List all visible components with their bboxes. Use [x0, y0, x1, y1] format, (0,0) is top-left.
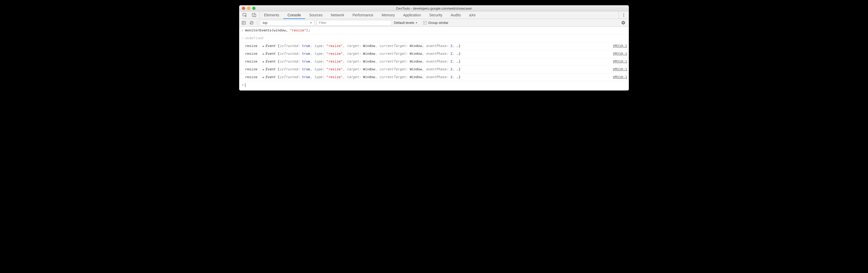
svg-point-3	[623, 13, 624, 14]
panel-tabbar: ElementsConsoleSourcesNetworkPerformance…	[239, 11, 629, 19]
source-link[interactable]: VM310:1	[613, 59, 627, 64]
console-log-row: resize▶Event {isTrusted: true, type: "re…	[239, 66, 629, 73]
svg-rect-6	[242, 21, 246, 24]
execution-context-label: top	[263, 21, 268, 25]
source-link[interactable]: VM310:1	[613, 51, 627, 56]
log-message[interactable]: resize▶Event {isTrusted: true, type: "re…	[245, 43, 610, 49]
log-levels-label: Default levels	[394, 21, 414, 25]
log-message[interactable]: resize▶Event {isTrusted: true, type: "re…	[245, 51, 610, 57]
console-input-echo: monitorEvents(window, "resize");	[239, 27, 629, 35]
zoom-window-button[interactable]	[252, 7, 255, 10]
show-console-sidebar-icon[interactable]	[241, 20, 247, 26]
svg-line-9	[250, 22, 253, 24]
tabbar-overflow	[619, 11, 629, 19]
source-link[interactable]: VM310:1	[613, 67, 627, 72]
traffic-lights	[239, 7, 255, 10]
devtools-window: DevTools - developers.google.com/web/sho…	[239, 5, 629, 91]
tab-security[interactable]: Security	[425, 11, 447, 19]
minimize-window-button[interactable]	[247, 7, 250, 10]
return-value: undefined	[245, 36, 627, 41]
svg-rect-2	[254, 14, 256, 17]
tab-performance[interactable]: Performance	[348, 11, 377, 19]
group-similar-toggle[interactable]: ✓ Group similar	[423, 21, 448, 25]
device-toolbar-icon[interactable]	[251, 12, 257, 18]
console-log-row: resize▶Event {isTrusted: true, type: "re…	[239, 58, 629, 66]
console-body: monitorEvents(window, "resize"); undefin…	[239, 27, 629, 90]
execution-context-select[interactable]: top ▼	[260, 20, 314, 26]
input-code: monitorEvents(window, "resize");	[245, 28, 627, 33]
source-link[interactable]: VM310:1	[613, 74, 627, 80]
inspector-tools	[239, 11, 260, 19]
svg-rect-0	[243, 13, 246, 16]
expand-object-icon[interactable]: ▶	[263, 44, 265, 49]
log-message[interactable]: resize▶Event {isTrusted: true, type: "re…	[245, 74, 610, 80]
console-log-row: resize▶Event {isTrusted: true, type: "re…	[239, 73, 629, 81]
dropdown-triangle-icon: ▼	[310, 22, 312, 24]
log-message[interactable]: resize▶Event {isTrusted: true, type: "re…	[245, 59, 610, 64]
expand-object-icon[interactable]: ▶	[263, 59, 265, 64]
filter-input[interactable]	[316, 20, 392, 26]
expand-object-icon[interactable]: ▶	[263, 75, 265, 80]
console-log-row: resize▶Event {isTrusted: true, type: "re…	[239, 42, 629, 50]
expand-object-icon[interactable]: ▶	[263, 52, 265, 57]
separator	[257, 21, 257, 25]
console-prompt[interactable]	[239, 81, 629, 90]
tab-network[interactable]: Network	[327, 11, 348, 19]
tab-audits[interactable]: Audits	[446, 11, 465, 19]
tab-elements[interactable]: Elements	[260, 11, 283, 19]
console-toolbar: top ▼ Default levels ▼ ✓ Group similar	[239, 19, 629, 27]
group-similar-label: Group similar	[428, 21, 448, 25]
tab-sources[interactable]: Sources	[305, 11, 327, 19]
svg-point-4	[623, 15, 624, 15]
console-settings-icon[interactable]	[620, 20, 626, 26]
source-link[interactable]: VM310:1	[613, 43, 627, 48]
more-options-icon[interactable]	[621, 12, 627, 18]
titlebar: DevTools - developers.google.com/web/sho…	[239, 5, 629, 11]
inspect-element-icon[interactable]	[242, 12, 248, 18]
tab-application[interactable]: Application	[399, 11, 425, 19]
expand-object-icon[interactable]: ▶	[263, 67, 265, 72]
tab-memory[interactable]: Memory	[378, 11, 399, 19]
svg-point-5	[623, 16, 624, 17]
checkbox-checked-icon: ✓	[423, 21, 427, 24]
log-levels-select[interactable]: Default levels ▼	[394, 21, 417, 25]
dropdown-triangle-icon: ▼	[415, 22, 417, 24]
console-return-value: undefined	[239, 35, 629, 42]
console-log-row: resize▶Event {isTrusted: true, type: "re…	[239, 50, 629, 58]
window-title: DevTools - developers.google.com/web/sho…	[396, 6, 472, 10]
close-window-button[interactable]	[242, 7, 245, 10]
clear-console-icon[interactable]	[249, 20, 254, 26]
prompt-marker-icon	[240, 82, 245, 88]
tab-console[interactable]: Console	[283, 11, 305, 19]
input-marker-icon	[240, 28, 245, 33]
log-message[interactable]: resize▶Event {isTrusted: true, type: "re…	[245, 67, 610, 72]
output-marker-icon	[240, 36, 245, 41]
tab-axe[interactable]: aXe	[465, 11, 480, 19]
